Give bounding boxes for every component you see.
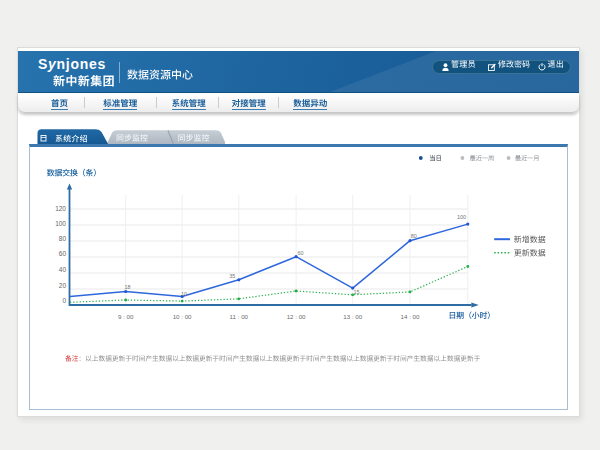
- svg-text:10 : 00: 10 : 00: [173, 313, 192, 320]
- svg-text:18: 18: [124, 284, 130, 290]
- svg-text:120: 120: [55, 205, 66, 212]
- svg-text:12 : 00: 12 : 00: [287, 313, 306, 320]
- svg-text:35: 35: [229, 273, 235, 279]
- svg-text:11 : 00: 11 : 00: [230, 313, 249, 320]
- svg-text:15: 15: [353, 289, 359, 295]
- svg-text:20: 20: [59, 282, 67, 289]
- svg-text:60: 60: [297, 250, 303, 256]
- svg-text:10: 10: [181, 291, 187, 297]
- svg-text:9 : 00: 9 : 00: [118, 313, 134, 320]
- svg-text:80: 80: [411, 233, 417, 239]
- svg-text:40: 40: [59, 266, 67, 273]
- svg-text:100: 100: [457, 214, 466, 220]
- svg-text:14 : 00: 14 : 00: [401, 313, 420, 320]
- svg-text:100: 100: [55, 220, 66, 227]
- svg-text:0: 0: [62, 297, 66, 304]
- svg-text:60: 60: [59, 250, 67, 257]
- svg-text:13 : 00: 13 : 00: [343, 313, 362, 320]
- svg-text:80: 80: [59, 235, 67, 242]
